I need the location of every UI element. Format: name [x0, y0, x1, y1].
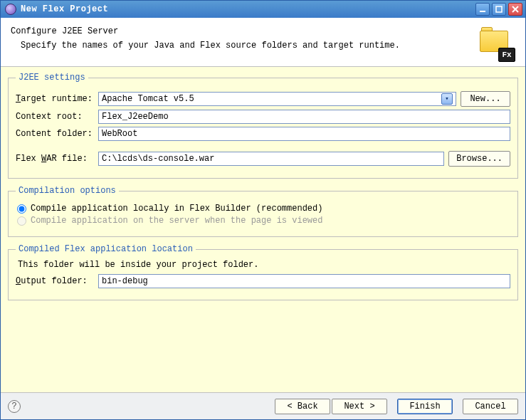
- svg-rect-1: [496, 6, 502, 12]
- wizard-banner-icon: Fx: [478, 25, 512, 59]
- wizard-footer: ? < Back Next > Finish Cancel: [1, 392, 525, 419]
- target-runtime-select[interactable]: Apache Tomcat v5.5 ▾: [98, 92, 456, 106]
- window-title: New Flex Project: [21, 4, 475, 14]
- content-folder-input[interactable]: [98, 127, 510, 141]
- finish-button[interactable]: Finish: [397, 399, 453, 414]
- row-output-folder: Output folder:: [16, 274, 510, 288]
- dialog-window: New Flex Project Configure J2EE Server S…: [0, 0, 526, 420]
- next-button[interactable]: Next >: [332, 399, 387, 414]
- group-legend: J2EE settings: [16, 73, 88, 83]
- maximize-button[interactable]: [492, 3, 506, 16]
- context-root-input[interactable]: [98, 110, 510, 124]
- target-runtime-value: Apache Tomcat v5.5: [102, 93, 194, 105]
- group-legend: Compiled Flex application location: [16, 244, 196, 254]
- group-legend: Compilation options: [16, 186, 119, 196]
- wizard-header: Configure J2EE Server Specify the names …: [1, 18, 525, 67]
- label-flex-war: Flex WAR file:: [16, 154, 94, 164]
- radio-compile-local-label: Compile application locally in Flex Buil…: [31, 204, 322, 214]
- close-button[interactable]: [508, 3, 522, 16]
- app-icon: [5, 4, 16, 15]
- chevron-down-icon: ▾: [441, 93, 453, 105]
- output-hint: This folder will be inside your project …: [16, 260, 510, 270]
- page-title: Configure J2EE Server: [11, 26, 471, 36]
- close-icon: [512, 6, 519, 13]
- row-flex-war: Flex WAR file: Browse...: [16, 151, 510, 167]
- flex-war-input[interactable]: [98, 152, 444, 166]
- help-button[interactable]: ?: [8, 400, 21, 413]
- maximize-icon: [495, 6, 503, 13]
- output-folder-input[interactable]: [98, 274, 510, 288]
- new-runtime-button[interactable]: New...: [461, 91, 510, 107]
- wizard-content: J2EE settings Target runtime: Apache Tom…: [1, 67, 525, 392]
- label-output-folder: Output folder:: [16, 276, 94, 286]
- radio-compile-server-input: [17, 216, 26, 226]
- label-content-folder: Content folder:: [16, 129, 94, 139]
- minimize-icon: [479, 6, 486, 13]
- label-context-root: Context root:: [16, 112, 94, 122]
- radio-compile-local[interactable]: Compile application locally in Flex Buil…: [17, 204, 510, 214]
- minimize-button[interactable]: [475, 3, 490, 16]
- group-output-location: Compiled Flex application location This …: [8, 244, 518, 300]
- window-controls: [475, 3, 522, 16]
- back-button[interactable]: < Back: [275, 399, 330, 414]
- group-j2ee-settings: J2EE settings Target runtime: Apache Tom…: [8, 73, 518, 179]
- radio-compile-server-label: Compile application on the server when t…: [31, 216, 322, 226]
- row-context-root: Context root:: [16, 110, 510, 124]
- group-compilation-options: Compilation options Compile application …: [8, 186, 518, 237]
- radio-compile-server: Compile application on the server when t…: [17, 216, 510, 226]
- browse-war-button[interactable]: Browse...: [448, 151, 510, 167]
- row-target-runtime: Target runtime: Apache Tomcat v5.5 ▾ New…: [16, 91, 510, 107]
- wizard-header-text: Configure J2EE Server Specify the names …: [11, 25, 471, 51]
- help-icon: ?: [11, 401, 16, 411]
- fx-badge: Fx: [498, 48, 515, 62]
- cancel-button[interactable]: Cancel: [463, 399, 518, 414]
- label-target-runtime: Target runtime:: [16, 94, 94, 104]
- page-description: Specify the names of your Java and Flex …: [21, 41, 471, 51]
- radio-compile-local-input[interactable]: [17, 204, 26, 214]
- titlebar: New Flex Project: [1, 1, 525, 18]
- row-content-folder: Content folder:: [16, 127, 510, 141]
